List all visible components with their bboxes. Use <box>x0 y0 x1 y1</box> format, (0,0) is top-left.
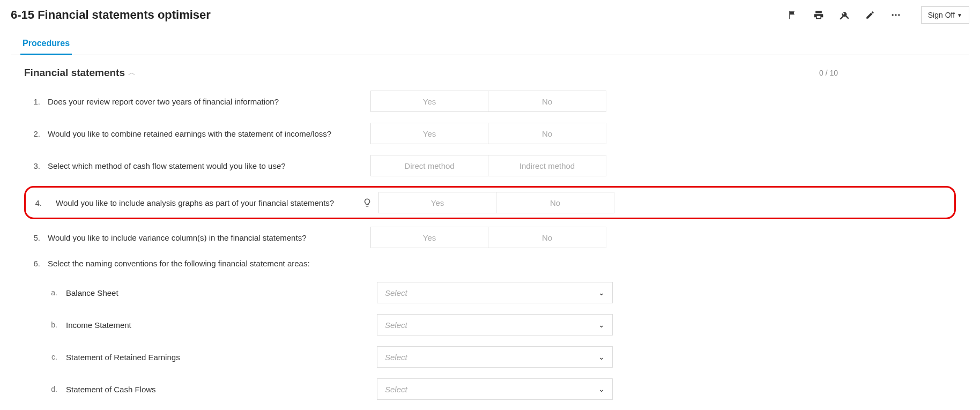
question-number: 5. <box>24 233 40 242</box>
answer-group: Direct methodIndirect method <box>370 155 606 176</box>
print-icon[interactable] <box>813 9 825 21</box>
flag-icon[interactable] <box>787 9 799 21</box>
svg-point-2 <box>895 14 896 16</box>
question-number: 4. <box>26 198 42 207</box>
select-dropdown[interactable]: Select⌄ <box>377 378 613 400</box>
sign-off-button[interactable]: Sign Off ▼ <box>921 6 969 24</box>
no-button[interactable]: No <box>496 192 614 213</box>
sub-question-row: b.Income StatementSelect⌄ <box>24 309 956 341</box>
chevron-down-icon: ⌄ <box>598 353 605 361</box>
answer-group: YesNo <box>370 91 606 112</box>
chevron-down-icon: ⌄ <box>598 320 605 329</box>
question-text: Select which method of cash flow stateme… <box>40 161 351 170</box>
chevron-up-icon[interactable]: ︿ <box>128 68 136 78</box>
option-b-button[interactable]: Indirect method <box>488 155 606 176</box>
caret-down-icon: ▼ <box>957 12 962 18</box>
section-progress: 0 / 10 <box>819 69 838 77</box>
yes-button[interactable]: Yes <box>378 192 496 213</box>
sub-letter: b. <box>24 320 57 329</box>
question-number: 6. <box>24 259 40 268</box>
select-dropdown[interactable]: Select⌄ <box>377 346 613 368</box>
option-a-button[interactable]: Direct method <box>370 155 488 176</box>
sub-label: Balance Sheet <box>57 288 358 297</box>
select-placeholder: Select <box>385 353 407 362</box>
answer-group: YesNo <box>378 192 614 213</box>
sub-letter: a. <box>24 288 57 297</box>
section-title: Financial statements <box>24 67 125 79</box>
chevron-down-icon: ⌄ <box>598 385 605 393</box>
no-button[interactable]: No <box>488 91 606 112</box>
select-placeholder: Select <box>385 320 407 330</box>
question-row: 1.Does your review report cover two year… <box>24 86 956 118</box>
sub-letter: d. <box>24 385 57 393</box>
no-button[interactable]: No <box>488 227 606 248</box>
question-number: 3. <box>24 161 40 170</box>
question-text: Would you like to include variance colum… <box>40 233 351 242</box>
question-text: Does your review report cover two years … <box>40 97 351 106</box>
no-button[interactable]: No <box>488 123 606 144</box>
tools-icon[interactable] <box>838 9 850 21</box>
sub-label: Statement of Cash Flows <box>57 385 358 394</box>
question-row: 4.Would you like to include analysis gra… <box>24 186 956 219</box>
question-text: Would you like to include analysis graph… <box>48 198 359 207</box>
sub-letter: c. <box>24 353 57 361</box>
svg-point-1 <box>892 14 893 16</box>
sub-label: Income Statement <box>57 320 358 330</box>
sub-question-row: c.Statement of Retained EarningsSelect⌄ <box>24 341 956 373</box>
sub-label: Statement of Retained Earnings <box>57 353 358 362</box>
question-number: 2. <box>24 129 40 138</box>
select-dropdown[interactable]: Select⌄ <box>377 314 613 336</box>
sub-question-row: a.Balance SheetSelect⌄ <box>24 277 956 309</box>
svg-point-3 <box>898 14 900 16</box>
question-number: 1. <box>24 97 40 106</box>
chevron-down-icon: ⌄ <box>598 288 605 297</box>
answer-group: YesNo <box>370 123 606 144</box>
tab-procedures[interactable]: Procedures <box>20 34 72 55</box>
question-row: 6.Select the naming conventions for the … <box>24 255 956 274</box>
sign-off-label: Sign Off <box>928 11 955 19</box>
select-dropdown[interactable]: Select⌄ <box>377 282 613 303</box>
answer-group: YesNo <box>370 227 606 248</box>
select-placeholder: Select <box>385 288 407 297</box>
yes-button[interactable]: Yes <box>370 91 488 112</box>
page-title: 6-15 Financial statements optimiser <box>11 8 211 22</box>
yes-button[interactable]: Yes <box>370 123 488 144</box>
edit-icon[interactable] <box>864 9 876 21</box>
question-row: 2.Would you like to combine retained ear… <box>24 118 956 151</box>
lightbulb-icon[interactable] <box>359 198 375 207</box>
select-placeholder: Select <box>385 385 407 394</box>
question-row: 5.Would you like to include variance col… <box>24 222 956 255</box>
question-text: Select the naming conventions for the fo… <box>40 259 351 268</box>
sub-question-row: d.Statement of Cash FlowsSelect⌄ <box>24 373 956 405</box>
question-row: 3.Select which method of cash flow state… <box>24 151 956 183</box>
more-icon[interactable] <box>890 9 902 21</box>
question-text: Would you like to combine retained earni… <box>40 129 351 138</box>
yes-button[interactable]: Yes <box>370 227 488 248</box>
